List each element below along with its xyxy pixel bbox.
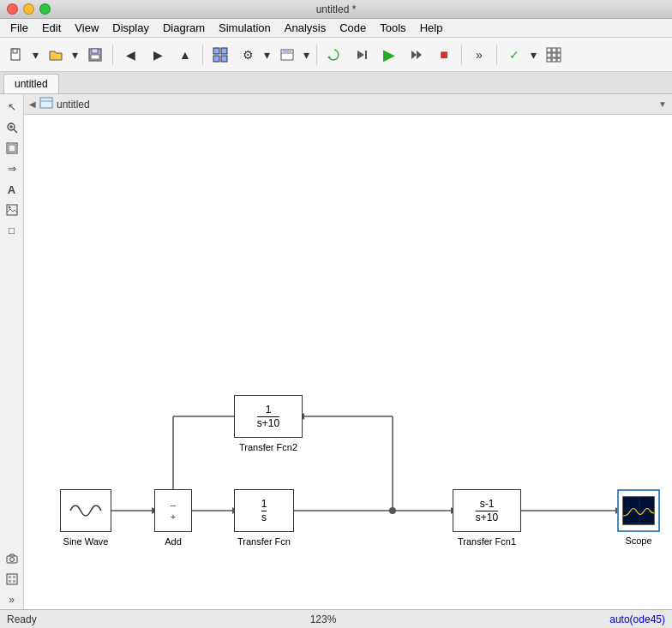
menu-view[interactable]: View <box>68 20 105 36</box>
open-dropdown-button[interactable]: ▾ <box>69 43 81 67</box>
add-block[interactable]: – + Add <box>154 489 192 532</box>
back-button[interactable]: ◀ <box>117 43 143 67</box>
up-button[interactable]: ▲ <box>172 43 198 67</box>
more-button[interactable]: » <box>466 43 492 67</box>
maximize-button[interactable] <box>39 3 51 15</box>
menu-code[interactable]: Code <box>333 20 373 36</box>
check-dropdown-button[interactable]: ▾ <box>527 43 539 67</box>
close-button[interactable] <box>7 3 18 15</box>
svg-rect-36 <box>7 574 17 584</box>
forward-button[interactable]: ▶ <box>145 43 171 67</box>
new-open-group: ▾ <box>3 43 41 67</box>
check-group: ✓ ▾ <box>501 43 539 67</box>
menu-file[interactable]: File <box>3 20 35 36</box>
menu-bar: File Edit View Display Diagram Simulatio… <box>0 19 672 38</box>
menu-help[interactable]: Help <box>413 20 450 36</box>
add-sign-minus: – <box>171 499 176 511</box>
dropdown-icon[interactable]: ▼ <box>658 99 667 109</box>
check-button[interactable]: ✓ <box>501 43 527 67</box>
library-button[interactable] <box>207 43 233 67</box>
refresh-button[interactable] <box>321 43 347 67</box>
menu-edit[interactable]: Edit <box>35 20 68 36</box>
status-bar: Ready 123% auto(ode45) <box>0 609 672 628</box>
text-tool[interactable]: A <box>3 180 21 199</box>
transfer-fcn2-block[interactable]: 1 s+10 Transfer Fcn2 <box>234 395 303 438</box>
scope-display <box>622 496 655 525</box>
model-icon <box>39 97 53 111</box>
menu-simulation[interactable]: Simulation <box>212 20 278 36</box>
svg-rect-17 <box>547 48 551 52</box>
sep4 <box>461 45 462 65</box>
transfer-fcn1-block[interactable]: s-1 s+10 Transfer Fcn1 <box>453 489 521 532</box>
stop-button[interactable]: ■ <box>431 43 457 67</box>
camera-tool[interactable] <box>3 549 21 568</box>
transfer-fcn1-formula: s-1 s+10 <box>476 498 498 524</box>
svg-rect-21 <box>552 53 556 57</box>
connections-svg <box>24 115 672 609</box>
svg-rect-8 <box>221 56 227 62</box>
title-bar: untitled * <box>0 0 672 19</box>
settings-group: ⚙ ▾ <box>235 43 273 67</box>
simparams-group: ▾ <box>274 43 312 67</box>
svg-line-27 <box>14 129 17 133</box>
grid-button[interactable] <box>541 43 567 67</box>
new-dropdown-button[interactable]: ▾ <box>29 43 41 67</box>
transfer-fcn1-label: Transfer Fcn1 <box>458 536 516 547</box>
svg-rect-23 <box>547 58 551 62</box>
image-tool[interactable] <box>3 200 21 219</box>
svg-marker-12 <box>327 56 332 58</box>
save-button[interactable] <box>82 43 108 67</box>
new-button[interactable] <box>3 43 29 67</box>
menu-tools[interactable]: Tools <box>373 20 412 36</box>
step-button[interactable] <box>349 43 375 67</box>
play-button[interactable]: ▶ <box>376 43 402 67</box>
svg-rect-32 <box>7 205 17 215</box>
svg-rect-11 <box>283 51 291 52</box>
open-button[interactable] <box>43 43 69 67</box>
transfer-fcn-label: Transfer Fcn <box>237 536 291 547</box>
fit-tool[interactable] <box>3 139 21 158</box>
pause-step-button[interactable] <box>404 43 429 67</box>
sine-wave-icon <box>67 497 105 524</box>
svg-rect-3 <box>92 49 98 53</box>
svg-rect-22 <box>557 53 561 57</box>
menu-analysis[interactable]: Analysis <box>278 20 333 36</box>
minimize-button[interactable] <box>23 3 34 15</box>
menu-display[interactable]: Display <box>105 20 156 36</box>
settings-dropdown-button[interactable]: ▾ <box>261 43 273 67</box>
svg-rect-1 <box>13 49 17 53</box>
solver-text: auto(ode45) <box>609 613 665 625</box>
transfer-fcn-block[interactable]: 1 s Transfer Fcn <box>234 489 294 532</box>
svg-rect-37 <box>9 576 11 578</box>
signals-tool[interactable]: ⇒ <box>3 159 21 178</box>
sep3 <box>316 45 317 65</box>
svg-rect-59 <box>67 497 105 524</box>
expand-tool[interactable]: » <box>3 590 21 609</box>
left-sidebar: ↖ ⇒ A □ » <box>0 94 24 609</box>
box-tool[interactable]: □ <box>3 221 21 240</box>
pointer-tool[interactable]: ↖ <box>3 98 21 117</box>
menu-diagram[interactable]: Diagram <box>156 20 212 36</box>
svg-rect-41 <box>40 98 52 108</box>
back-icon: ◀ <box>29 99 36 109</box>
zoom-in-tool[interactable] <box>3 118 21 137</box>
transfer-fcn2-formula: 1 s+10 <box>257 404 279 430</box>
more-tool[interactable] <box>3 570 21 589</box>
diagram-canvas[interactable]: Sine Wave – + Add 1 s Transfer Fcn <box>24 115 672 609</box>
simparams-dropdown-button[interactable]: ▾ <box>300 43 312 67</box>
scope-label: Scope <box>625 535 651 546</box>
sine-wave-block[interactable]: Sine Wave <box>60 489 111 532</box>
scope-block[interactable]: Scope <box>617 489 660 532</box>
simparams-button[interactable] <box>274 43 300 67</box>
svg-marker-16 <box>417 51 422 59</box>
settings-button[interactable]: ⚙ <box>235 43 261 67</box>
window-controls <box>7 3 51 15</box>
add-sign-plus: + <box>171 511 176 523</box>
svg-rect-18 <box>552 48 556 52</box>
svg-rect-4 <box>91 55 99 59</box>
scope-screen-icon <box>623 497 655 525</box>
svg-marker-15 <box>411 51 417 59</box>
svg-rect-6 <box>221 48 227 54</box>
open-group: ▾ <box>43 43 81 67</box>
tab-untitled[interactable]: untitled <box>3 74 59 93</box>
